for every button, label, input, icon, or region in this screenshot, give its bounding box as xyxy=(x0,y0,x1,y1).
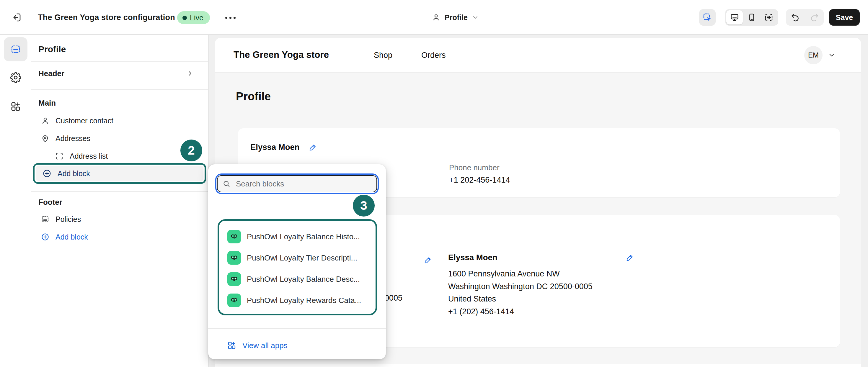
sidebar-item-address-list[interactable]: Address list xyxy=(35,147,204,165)
preview-header: The Green Yoga store Shop Orders EM xyxy=(215,38,861,73)
nav-shop-link[interactable]: Shop xyxy=(374,51,392,60)
full-width-view-button[interactable] xyxy=(761,10,777,25)
add-block-button-highlighted[interactable]: Add block xyxy=(33,163,206,184)
plus-circle-icon xyxy=(42,169,52,178)
exit-editor-icon[interactable] xyxy=(11,12,22,23)
search-blocks-field xyxy=(217,175,377,192)
footer-section-label: Footer xyxy=(38,198,62,207)
pushowl-app-icon xyxy=(227,230,241,243)
preview-nav: Shop Orders xyxy=(374,51,446,60)
block-item[interactable]: PushOwl Loyalty Rewards Cata... xyxy=(219,290,376,311)
edit-address-icon[interactable] xyxy=(625,254,634,262)
chevron-down-icon xyxy=(472,14,479,21)
sidebar-title: Profile xyxy=(38,44,66,54)
desktop-view-button[interactable] xyxy=(726,10,743,25)
avatar: EM xyxy=(804,46,823,64)
preview-page-title: Profile xyxy=(236,90,271,103)
device-preview-toggle xyxy=(725,9,778,26)
history-controls xyxy=(786,9,824,26)
sidebar-item-customer-contact[interactable]: Customer contact xyxy=(35,112,204,129)
location-pin-icon xyxy=(41,134,50,143)
block-item[interactable]: PushOwl Loyalty Balance Desc... xyxy=(219,268,376,290)
phone-value: +1 202-456-1414 xyxy=(449,175,510,185)
block-item[interactable]: PushOwl Loyalty Balance Histo... xyxy=(219,226,376,247)
save-button[interactable]: Save xyxy=(829,9,860,26)
edit-address-icon[interactable] xyxy=(423,256,432,265)
chevron-right-icon xyxy=(187,70,194,77)
add-block-popover: PushOwl Loyalty Balance Histo... PushOwl… xyxy=(208,164,386,359)
block-item[interactable]: PushOwl Loyalty Tier Descripti... xyxy=(219,247,376,268)
sections-tab-button[interactable] xyxy=(4,37,27,61)
pushowl-app-icon xyxy=(227,294,241,307)
topbar: The Green Yoga store configuration Live … xyxy=(0,0,868,35)
sections-sidebar: Profile Header Main Customer contact Add… xyxy=(31,35,209,367)
settings-tab-button[interactable] xyxy=(10,72,21,83)
phone-label: Phone number xyxy=(449,163,500,172)
address-name: Elyssa Moen xyxy=(448,253,497,262)
profile-person-icon xyxy=(432,13,440,22)
account-menu[interactable]: EM xyxy=(804,46,836,64)
store-name[interactable]: The Green Yoga store xyxy=(234,49,329,60)
plus-circle-icon xyxy=(41,232,50,241)
edit-name-icon[interactable] xyxy=(308,143,317,152)
mobile-view-button[interactable] xyxy=(743,10,760,25)
undo-button[interactable] xyxy=(790,12,800,23)
live-dot-icon xyxy=(182,15,187,20)
step-3-badge: 3 xyxy=(353,195,375,216)
sidebar-item-addresses[interactable]: Addresses xyxy=(35,130,204,147)
footer-add-block-button[interactable]: Add block xyxy=(35,228,204,245)
apps-icon xyxy=(227,341,237,350)
search-blocks-input[interactable] xyxy=(217,175,377,192)
person-icon xyxy=(41,116,50,125)
redo-button[interactable] xyxy=(810,12,819,23)
view-all-apps-link[interactable]: View all apps xyxy=(227,337,287,354)
policies-icon xyxy=(41,215,50,224)
page-selector-dropdown[interactable]: Profile xyxy=(432,9,479,26)
block-corners-icon xyxy=(55,152,64,161)
inspect-tool-button[interactable] xyxy=(699,9,716,26)
sidebar-item-policies[interactable]: Policies xyxy=(35,211,204,228)
editor-rail xyxy=(0,35,31,367)
customer-name: Elyssa Moen xyxy=(250,142,300,152)
chevron-down-icon xyxy=(828,51,836,59)
more-actions-button[interactable] xyxy=(222,12,239,24)
app-blocks-list-highlighted: PushOwl Loyalty Balance Histo... PushOwl… xyxy=(218,219,377,315)
main-section-label: Main xyxy=(38,99,56,108)
pushowl-app-icon xyxy=(227,272,241,286)
live-status-badge: Live xyxy=(177,11,210,24)
configuration-title: The Green Yoga store configuration xyxy=(38,13,175,22)
sidebar-item-header[interactable]: Header xyxy=(35,63,204,84)
nav-orders-link[interactable]: Orders xyxy=(421,51,446,60)
apps-tab-button[interactable] xyxy=(10,101,21,112)
pushowl-app-icon xyxy=(227,251,241,265)
step-2-badge: 2 xyxy=(180,139,202,161)
address-lines: 1600 Pennsylvania Avenue NW Washington W… xyxy=(448,268,593,318)
preview-bottom-strip xyxy=(215,363,861,367)
